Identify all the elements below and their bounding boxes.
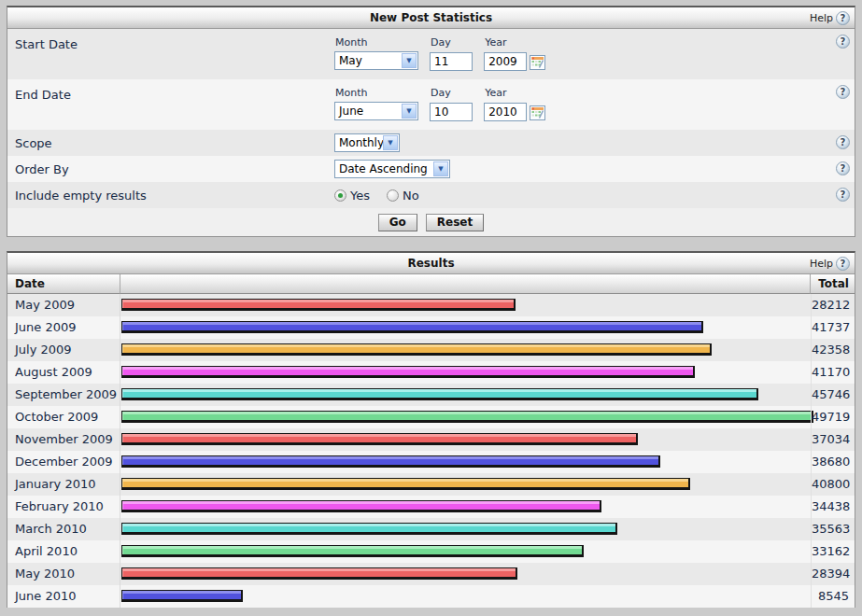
start-month-select[interactable]: May ▼ [334,51,418,70]
result-total: 37034 [811,428,855,451]
result-date: March 2010 [7,518,120,540]
result-bar [121,590,243,602]
chevron-down-icon: ▼ [402,104,417,119]
table-row: August 2009 41170 [7,361,855,384]
result-bar [121,433,638,445]
result-bar-cell [120,518,811,540]
result-date: January 2010 [7,473,120,496]
form-help-link[interactable]: Help ? [810,7,850,28]
form-panel-title: New Post Statistics [7,7,855,28]
result-bar-cell [120,585,811,608]
result-date: November 2009 [7,428,120,451]
include-empty-help-icon[interactable]: ? [836,188,850,202]
radio-no-label: No [403,189,419,203]
chevron-down-icon: ▼ [433,161,448,176]
column-header-date[interactable]: Date [7,274,120,294]
column-header-total[interactable]: Total [811,274,855,294]
results-table-body: May 2009 28212 June 2009 41737 July 2009… [7,294,855,608]
start-month-group: Month May ▼ [334,29,418,70]
end-date-label: End Date [7,79,334,130]
result-total: 35563 [811,518,855,540]
result-date: August 2009 [7,361,120,384]
radio-yes[interactable] [334,189,346,202]
result-bar [121,478,690,490]
end-date-help-icon[interactable]: ? [836,85,850,99]
result-date: October 2009 [7,406,120,428]
radio-no[interactable] [387,189,399,202]
reset-button[interactable]: Reset [426,214,484,231]
start-day-label: Day [430,29,473,51]
end-month-group: Month June ▼ [334,79,418,120]
go-button[interactable]: Go [378,214,417,231]
order-by-select[interactable]: Date Ascending ▼ [334,160,450,178]
table-row: July 2009 42358 [7,339,855,361]
radio-yes-label: Yes [350,189,370,203]
result-bar-cell [120,496,811,518]
start-date-row: Start Date Month May ▼ Day Year ? [7,29,855,79]
order-by-label: Order By [7,162,334,176]
order-by-row: Order By Date Ascending ▼ ? [7,156,855,182]
chevron-down-icon: ▼ [383,135,398,150]
start-year-input[interactable] [484,52,527,71]
start-day-input[interactable] [430,52,473,71]
help-label: Help [810,12,833,24]
result-total: 45746 [811,384,855,406]
scope-row: Scope Monthly ▼ ? [7,130,855,156]
help-icon[interactable]: ? [836,11,850,25]
table-row: April 2010 33162 [7,540,855,563]
result-total: 28394 [811,563,855,585]
result-bar-cell [120,406,811,428]
end-month-select[interactable]: June ▼ [334,102,418,120]
table-row: December 2009 38680 [7,451,855,473]
form-panel-header: New Post Statistics Help ? [7,7,855,29]
result-bar [121,545,584,557]
result-bar [121,321,703,333]
calendar-icon[interactable] [530,105,545,120]
results-panel-header: Results Help ? [7,253,855,274]
result-total: 42358 [811,339,855,361]
end-date-row: End Date Month June ▼ Day Year ? [7,79,855,130]
form-buttons-row: Go Reset [7,208,855,236]
start-date-help-icon[interactable]: ? [836,35,850,49]
result-bar-cell [120,428,811,451]
result-bar-cell [120,384,811,406]
scope-help-icon[interactable]: ? [836,135,850,149]
table-row: October 2009 49719 [7,406,855,428]
scope-select[interactable]: Monthly ▼ [334,133,400,152]
include-empty-row: Include empty results Yes No ? [7,182,855,208]
column-header-bar [120,274,811,294]
result-total: 8545 [811,585,855,608]
result-bar-cell [120,540,811,563]
result-bar [121,299,516,311]
help-icon[interactable]: ? [836,257,850,271]
result-bar [121,523,617,535]
result-total: 41170 [811,361,855,384]
include-empty-options: Yes No [334,189,419,203]
order-by-help-icon[interactable]: ? [836,161,850,175]
table-row: September 2009 45746 [7,384,855,406]
end-month-label: Month [334,79,418,102]
table-row: June 2009 41737 [7,316,855,339]
end-day-input[interactable] [430,103,473,121]
end-day-group: Day [430,79,473,121]
results-panel: Results Help ? Date Total May 2009 28212… [7,251,855,608]
start-day-group: Day [430,29,473,71]
table-row: May 2009 28212 [7,294,855,316]
result-bar [121,366,695,378]
scope-value: Monthly [339,136,384,149]
result-total: 41737 [811,316,855,339]
result-total: 49719 [811,406,855,428]
table-row: November 2009 37034 [7,428,855,451]
results-help-link[interactable]: Help ? [810,253,850,273]
result-total: 34438 [811,496,855,518]
calendar-icon[interactable] [530,55,545,70]
end-year-input[interactable] [484,103,527,121]
table-row: May 2010 28394 [7,563,855,585]
end-year-label: Year [484,79,545,102]
result-total: 40800 [811,473,855,496]
result-date: May 2010 [7,563,120,585]
result-date: December 2009 [7,451,120,473]
end-month-value: June [339,105,363,118]
order-by-value: Date Ascending [339,162,428,175]
result-date: February 2010 [7,496,120,518]
